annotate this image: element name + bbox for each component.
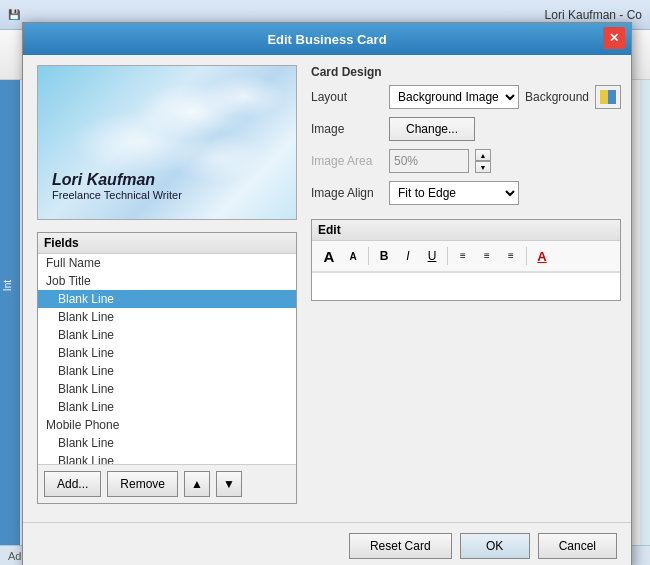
italic-icon: I xyxy=(406,249,409,263)
image-align-select[interactable]: Fit to EdgeStretchCropCenter xyxy=(389,181,519,205)
edit-text-input[interactable] xyxy=(312,272,620,300)
layout-row: Layout Background ImageText OnlyImage Le… xyxy=(311,85,621,109)
font-small-button[interactable]: A xyxy=(342,245,364,267)
italic-button[interactable]: I xyxy=(397,245,419,267)
svg-rect-0 xyxy=(600,90,608,104)
add-button[interactable]: Add... xyxy=(44,471,101,497)
app-toolbar-icons: 💾 xyxy=(8,9,20,20)
list-item[interactable]: Blank Line xyxy=(38,362,296,380)
dialog-title: Edit Business Card xyxy=(31,32,623,47)
layout-select[interactable]: Background ImageText OnlyImage LeftImage… xyxy=(389,85,519,109)
remove-button[interactable]: Remove xyxy=(107,471,178,497)
list-item[interactable]: Blank Line xyxy=(38,344,296,362)
card-subtitle: Freelance Technical Writer xyxy=(52,189,182,201)
align-center-button[interactable]: ≡ xyxy=(476,245,498,267)
edit-section: Edit A A B xyxy=(311,219,621,301)
underline-button[interactable]: U xyxy=(421,245,443,267)
card-design-label: Card Design xyxy=(311,65,621,79)
dialog-left-panel: Lori Kaufman Freelance Technical Writer … xyxy=(37,65,297,504)
fields-list[interactable]: Full NameJob TitleBlank LineBlank LineBl… xyxy=(38,254,296,464)
card-preview: Lori Kaufman Freelance Technical Writer xyxy=(37,65,297,220)
cancel-button[interactable]: Cancel xyxy=(538,533,617,559)
list-item[interactable]: Job Title xyxy=(38,272,296,290)
list-item[interactable]: Mobile Phone xyxy=(38,416,296,434)
layout-label: Layout xyxy=(311,90,383,104)
reset-card-button[interactable]: Reset Card xyxy=(349,533,452,559)
spinner-up-button[interactable]: ▲ xyxy=(475,149,491,161)
app-sidebar: Int xyxy=(0,80,20,565)
fields-section-header: Fields xyxy=(38,233,296,254)
text-color-icon: A xyxy=(537,249,546,264)
list-item[interactable]: Blank Line xyxy=(38,380,296,398)
list-item[interactable]: Blank Line xyxy=(38,434,296,452)
dialog-titlebar: Edit Business Card ✕ xyxy=(23,23,631,55)
font-small-icon: A xyxy=(349,251,356,262)
toolbar-separator-3 xyxy=(526,247,527,265)
align-center-icon: ≡ xyxy=(484,251,490,261)
card-name: Lori Kaufman xyxy=(52,171,182,189)
image-area-row: Image Area ▲ ▼ xyxy=(311,149,621,173)
image-label: Image xyxy=(311,122,383,136)
list-item[interactable]: Full Name xyxy=(38,254,296,272)
list-item[interactable]: Blank Line xyxy=(38,308,296,326)
svg-rect-1 xyxy=(608,90,616,104)
background-label: Background xyxy=(525,90,589,104)
bold-button[interactable]: B xyxy=(373,245,395,267)
list-item[interactable]: Blank Line xyxy=(38,398,296,416)
align-right-button[interactable]: ≡ xyxy=(500,245,522,267)
list-item[interactable]: Blank Line xyxy=(38,290,296,308)
list-item[interactable]: Blank Line xyxy=(38,452,296,464)
text-color-button[interactable]: A xyxy=(531,245,553,267)
image-area-spinner: ▲ ▼ xyxy=(475,149,491,173)
underline-icon: U xyxy=(428,249,437,263)
image-area-input[interactable] xyxy=(389,149,469,173)
image-area-label: Image Area xyxy=(311,154,383,168)
align-right-icon: ≡ xyxy=(508,251,514,261)
fields-actions: Add... Remove ▲ ▼ xyxy=(38,464,296,503)
sidebar-label: Int xyxy=(2,280,13,291)
dialog-body: Lori Kaufman Freelance Technical Writer … xyxy=(23,55,631,514)
toolbar-separator-1 xyxy=(368,247,369,265)
background-color-button[interactable] xyxy=(595,85,621,109)
card-text-area: Lori Kaufman Freelance Technical Writer xyxy=(52,171,182,201)
fields-section: Fields Full NameJob TitleBlank LineBlank… xyxy=(37,232,297,504)
edit-business-card-dialog: Edit Business Card ✕ Lori Kaufman Freela… xyxy=(22,22,632,565)
font-large-button[interactable]: A xyxy=(318,245,340,267)
font-large-icon: A xyxy=(324,248,335,265)
edit-section-wrapper: Edit A A B xyxy=(311,219,621,301)
dialog-columns: Lori Kaufman Freelance Technical Writer … xyxy=(37,65,617,504)
edit-toolbar: A A B I xyxy=(312,241,620,272)
change-image-button[interactable]: Change... xyxy=(389,117,475,141)
ok-button[interactable]: OK xyxy=(460,533,530,559)
toolbar-separator-2 xyxy=(447,247,448,265)
align-left-button[interactable]: ≡ xyxy=(452,245,474,267)
right-bar xyxy=(640,80,650,545)
align-left-icon: ≡ xyxy=(460,251,466,261)
dialog-close-button[interactable]: ✕ xyxy=(603,27,625,49)
move-up-button[interactable]: ▲ xyxy=(184,471,210,497)
image-align-row: Image Align Fit to EdgeStretchCropCenter xyxy=(311,181,621,205)
app-title: Lori Kaufman - Co xyxy=(20,8,642,22)
spinner-down-button[interactable]: ▼ xyxy=(475,161,491,173)
dialog-footer: Reset Card OK Cancel xyxy=(23,522,631,565)
dialog-right-panel: Card Design Layout Background ImageText … xyxy=(311,65,621,504)
list-item[interactable]: Blank Line xyxy=(38,326,296,344)
color-swatch-icon xyxy=(600,90,616,104)
edit-section-header: Edit xyxy=(312,220,620,241)
image-align-label: Image Align xyxy=(311,186,383,200)
move-down-button[interactable]: ▼ xyxy=(216,471,242,497)
bold-icon: B xyxy=(380,249,389,263)
image-row: Image Change... xyxy=(311,117,621,141)
